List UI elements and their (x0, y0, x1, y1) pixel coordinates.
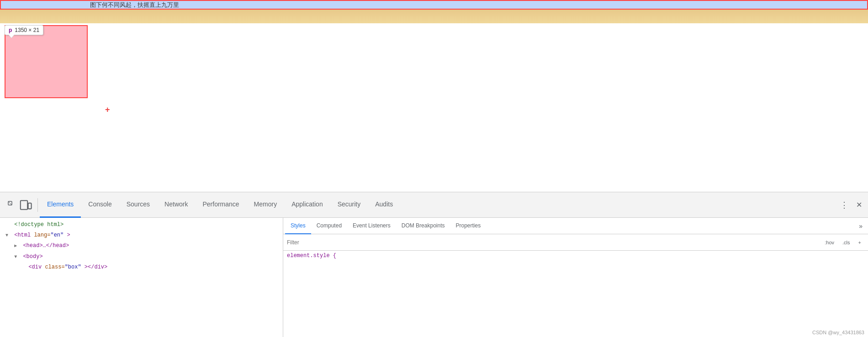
devtools-icons (2, 199, 36, 211)
tab-separator (37, 198, 38, 212)
subtab-computed[interactable]: Computed (311, 218, 347, 234)
dom-lang-val: "en" (50, 232, 64, 238)
dom-triangle-html[interactable] (5, 232, 11, 239)
tab-console[interactable]: Console (81, 192, 119, 218)
tab-network[interactable]: Network (157, 192, 195, 218)
pink-box-element (5, 25, 88, 98)
svg-rect-3 (28, 203, 32, 209)
styles-subtab-bar: Styles Computed Event Listeners DOM Brea… (283, 218, 868, 234)
inspector-icon[interactable] (5, 199, 18, 211)
dom-head: <head>…</head> (23, 242, 69, 249)
subtab-styles[interactable]: Styles (285, 218, 311, 234)
device-toolbar-icon[interactable] (19, 199, 32, 211)
page-banner (0, 10, 868, 23)
element-style-selector: element.style { (287, 253, 336, 259)
tab-elements[interactable]: Elements (40, 192, 81, 218)
tab-sources[interactable]: Sources (119, 192, 157, 218)
plus-icon: + (105, 105, 110, 115)
filter-add-button[interactable]: + (855, 238, 864, 247)
dom-html-close-bracket: > (67, 232, 70, 238)
page-text: 图下何不同风起，扶摇直上九万里 (1, 1, 179, 9)
element-style-rule: element.style { (287, 253, 864, 259)
tab-audits[interactable]: Audits (368, 192, 400, 218)
dom-panel[interactable]: <!doctype html> <html lang="en" > <head>… (0, 218, 283, 337)
element-tooltip: p 1350 × 21 (5, 25, 43, 35)
csdn-watermark: CSDN @wy_43431863 (812, 330, 864, 335)
dom-html-open: <html (14, 232, 31, 238)
svg-line-1 (8, 201, 12, 205)
styles-panel: Styles Computed Event Listeners DOM Brea… (283, 218, 868, 337)
styles-filter-bar: :hov .cls + (283, 234, 868, 251)
tooltip-tag: p (9, 27, 12, 33)
devtools-more-menu[interactable]: ⋮ (837, 198, 852, 212)
filter-cls-button[interactable]: .cls (839, 238, 853, 247)
subtab-event-listeners[interactable]: Event Listeners (347, 218, 396, 234)
dom-triangle-head[interactable] (14, 242, 20, 250)
dom-line-div[interactable]: <div class="box" ></div> (0, 262, 283, 273)
dom-div-close: ></div> (85, 264, 107, 270)
subtab-properties[interactable]: Properties (450, 218, 486, 234)
dom-triangle-body[interactable] (14, 253, 20, 261)
tab-memory[interactable]: Memory (247, 192, 285, 218)
dom-doctype: <!doctype html> (14, 221, 64, 228)
devtools-close-button[interactable]: ✕ (852, 198, 866, 212)
dom-line-head[interactable]: <head>…</head> (0, 241, 283, 251)
subtabs-more-chevron[interactable]: » (855, 222, 866, 230)
filter-hov-button[interactable]: :hov (821, 238, 837, 247)
devtools-content: <!doctype html> <html lang="en" > <head>… (0, 218, 868, 337)
dom-lang-attr: lang= (34, 232, 50, 238)
dom-line-body[interactable]: <body> (0, 252, 283, 262)
dom-div-open: <div (28, 264, 45, 270)
styles-content: element.style { (283, 251, 868, 337)
browser-viewport: 图下何不同风起，扶摇直上九万里 p 1350 × 21 + (0, 0, 868, 192)
dom-line-doctype[interactable]: <!doctype html> (0, 220, 283, 230)
dom-body: <body> (23, 253, 42, 260)
dom-class-val: "box" (65, 264, 81, 270)
dom-line-html[interactable]: <html lang="en" > (0, 230, 283, 241)
tooltip-dimensions: 1350 × 21 (15, 27, 39, 33)
subtab-dom-breakpoints[interactable]: DOM Breakpoints (396, 218, 450, 234)
tab-security[interactable]: Security (330, 192, 368, 218)
tab-performance[interactable]: Performance (195, 192, 246, 218)
devtools-panel: Elements Console Sources Network Perform… (0, 192, 868, 337)
dom-class-attr: class= (45, 264, 64, 270)
tab-application[interactable]: Application (284, 192, 330, 218)
filter-actions: :hov .cls + (821, 238, 864, 247)
devtools-tab-bar: Elements Console Sources Network Perform… (0, 192, 868, 218)
selected-element-highlight: 图下何不同风起，扶摇直上九万里 (0, 0, 868, 10)
styles-filter-input[interactable] (287, 239, 821, 246)
svg-rect-2 (21, 200, 27, 210)
